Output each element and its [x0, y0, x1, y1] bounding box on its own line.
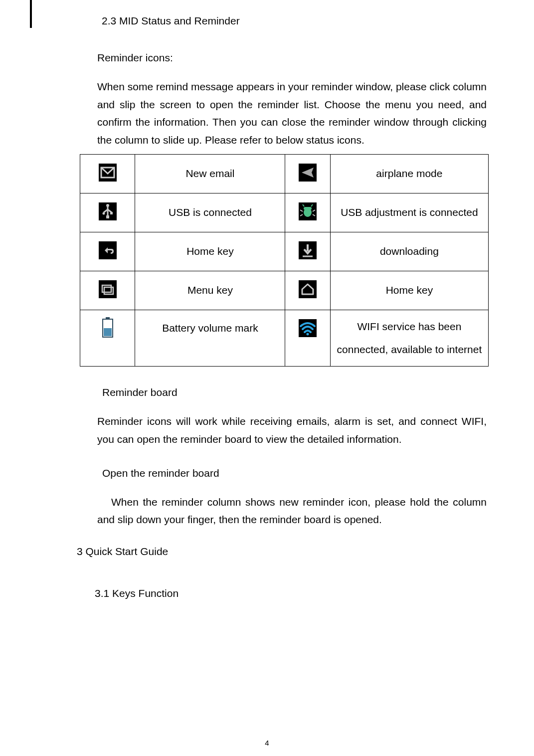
icon-label: New email [135, 154, 285, 193]
icon-label: airplane mode [330, 154, 488, 193]
icon-cell [80, 271, 135, 310]
open-reminder-board-heading: Open the reminder board [102, 467, 487, 479]
icon-cell [80, 154, 135, 193]
airplane-icon [299, 164, 317, 182]
svg-rect-9 [110, 212, 113, 214]
icon-label: downloading [330, 232, 488, 271]
table-row: Battery volume markWIFI service has been… [80, 310, 489, 366]
icon-cell [80, 310, 135, 366]
usb-icon [99, 202, 117, 220]
table-row: USB is connectedUSB adjustment is connec… [80, 193, 489, 232]
usb-debug-icon [299, 202, 317, 220]
icon-label: Menu key [135, 271, 285, 310]
section-2-3-heading: 2.3 MID Status and Reminder [102, 15, 489, 27]
icon-label: Home key [330, 271, 488, 310]
table-row: New emailairplane mode [80, 154, 489, 193]
chapter-3-heading: 3 Quick Start Guide [77, 546, 489, 558]
status-icons-table: New emailairplane modeUSB is connectedUS… [80, 154, 489, 367]
download-icon [299, 241, 317, 259]
reminder-board-heading: Reminder board [102, 386, 487, 398]
icon-label: Home key [135, 232, 285, 271]
icon-cell [285, 271, 330, 310]
icon-cell [285, 154, 330, 193]
icon-cell [285, 310, 330, 366]
svg-rect-30 [104, 328, 112, 336]
table-row: Home keydownloading [80, 232, 489, 271]
back-icon [99, 241, 117, 259]
icon-cell [80, 232, 135, 271]
icon-label: Battery volume mark [135, 310, 285, 366]
icon-cell [285, 232, 330, 271]
icon-cell [285, 193, 330, 232]
icon-cell [80, 193, 135, 232]
wifi-icon [299, 319, 317, 337]
svg-rect-13 [304, 207, 312, 210]
recent-apps-icon [99, 280, 117, 298]
margin-mark [30, 0, 32, 28]
icon-label: WIFI service has been connected, availab… [330, 310, 488, 366]
svg-rect-10 [106, 215, 109, 218]
svg-point-32 [307, 333, 309, 335]
svg-rect-27 [299, 280, 317, 298]
table-row: Menu keyHome key [80, 271, 489, 310]
reminder-icons-heading: Reminder icons: [97, 52, 487, 64]
icon-label: USB adjustment is connected [330, 193, 488, 232]
open-reminder-board-paragraph: When the reminder column shows new remin… [97, 493, 487, 529]
document-page: 2.3 MID Status and Reminder Reminder ico… [0, 0, 534, 756]
section-3-1-heading: 3.1 Keys Function [95, 587, 489, 599]
battery-icon [101, 317, 114, 338]
page-number: 4 [0, 739, 534, 747]
reminder-board-paragraph: Reminder icons will work while receiving… [97, 412, 487, 448]
home-icon [299, 280, 317, 298]
email-icon [99, 164, 117, 182]
icon-label: USB is connected [135, 193, 285, 232]
svg-rect-24 [99, 280, 117, 298]
reminder-icons-paragraph: When some remind message appears in your… [97, 78, 487, 149]
svg-point-8 [102, 212, 105, 214]
